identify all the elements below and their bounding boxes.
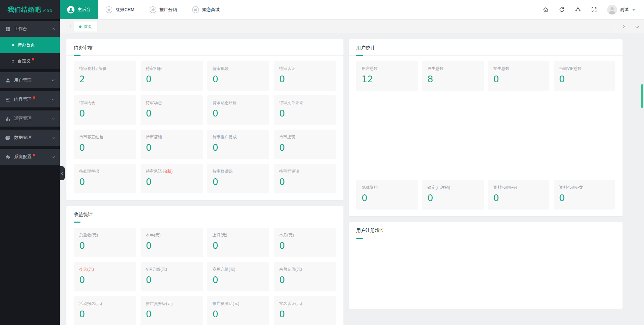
stat-card: 资料<50%-女 0 bbox=[554, 180, 615, 210]
stat-card[interactable]: 待审承诺书(新) 0 bbox=[141, 164, 203, 193]
stat-label: 待审提现 bbox=[279, 134, 331, 140]
panel-title: 待办审核 bbox=[74, 45, 336, 51]
nav-tab-matchmaker-crm[interactable]: 红娘CRM bbox=[98, 0, 142, 19]
sidebar-collapse-button[interactable] bbox=[60, 166, 65, 180]
stat-value: 0 bbox=[559, 193, 610, 202]
pie-icon bbox=[5, 135, 10, 140]
stat-label: 隐藏资料 bbox=[362, 185, 412, 190]
tabs-scroll-right-button[interactable] bbox=[616, 19, 630, 34]
fullscreen-icon[interactable] bbox=[591, 7, 597, 13]
stat-card: 余额充值(元) 0 bbox=[274, 262, 336, 291]
stat-card[interactable]: 待审资料 / 头像 2 bbox=[74, 61, 136, 91]
sidebar-item-label: 待办首页 bbox=[17, 42, 35, 48]
stat-label: 待审动态 bbox=[146, 100, 198, 106]
stat-label: 上月(元) bbox=[213, 232, 264, 238]
nav-tab-label: 婚恋商城 bbox=[202, 7, 220, 13]
stat-card[interactable]: 待处理举报 0 bbox=[74, 164, 136, 193]
nav-tab-mall[interactable]: 婚恋商城 bbox=[184, 0, 227, 19]
nav-tab-label: 推广分销 bbox=[160, 7, 177, 13]
stat-card[interactable]: 待审动态 0 bbox=[141, 95, 203, 125]
stat-card[interactable]: 待审认证 0 bbox=[274, 61, 336, 91]
sidebar-item-data-mgmt[interactable]: 数据管理 bbox=[0, 130, 60, 146]
stat-label: 本年(元) bbox=[146, 232, 198, 238]
stat-card: 推广员升级(元) 0 bbox=[141, 296, 203, 325]
stat-value: 0 bbox=[79, 143, 131, 152]
stat-card: 实名认证(元) 0 bbox=[274, 296, 336, 325]
stat-label: 用户总数 bbox=[362, 66, 412, 72]
brand-version: v10.3 bbox=[43, 9, 52, 13]
page-scrollbar[interactable] bbox=[641, 34, 644, 325]
tabs-menu-button[interactable] bbox=[630, 19, 644, 34]
income-stats-panel: 收益统计 总盈收(元) 0 本年(元) 0 上月(元) bbox=[66, 206, 343, 325]
avatar bbox=[607, 5, 617, 15]
stat-label: 待处理举报 bbox=[79, 169, 131, 174]
stat-value: 0 bbox=[279, 310, 331, 319]
stat-value: 0 bbox=[146, 275, 198, 284]
stat-label: 实名认证(元) bbox=[279, 301, 331, 307]
left-column: 待办审核 待审资料 / 头像 2 待审相册 0 待审视频 bbox=[66, 39, 343, 325]
stat-card[interactable]: 待审动态评价 0 bbox=[207, 95, 270, 125]
home-icon[interactable] bbox=[543, 7, 549, 13]
nav-tab-main-admin[interactable]: 主后台 bbox=[60, 0, 98, 19]
stat-card[interactable]: 待审群话题 0 bbox=[207, 164, 270, 193]
nav-tab-label: 主后台 bbox=[77, 7, 91, 13]
stat-value: 2 bbox=[79, 75, 131, 84]
sidebar-item-label: 系统配置 bbox=[14, 154, 32, 160]
stat-label: 总盈收(元) bbox=[79, 232, 131, 238]
sidebar-item-label: 工作台 bbox=[14, 26, 27, 32]
sidebar-item-user-mgmt[interactable]: 用户管理 bbox=[0, 72, 60, 88]
content-icon bbox=[5, 97, 10, 102]
sidebar-item-content-mgmt[interactable]: 内容管理 bbox=[0, 91, 60, 107]
user-icon bbox=[5, 78, 10, 83]
sidebar-item-system-config[interactable]: 系统配置 bbox=[0, 149, 60, 165]
nav-tab-label: 红娘CRM bbox=[116, 7, 135, 13]
new-badge: (新) bbox=[166, 169, 173, 174]
sidebar-item-custom[interactable]: 自定义 bbox=[0, 53, 60, 69]
stat-label: 男生总数 bbox=[427, 66, 478, 72]
stat-card: 总盈收(元) 0 bbox=[74, 228, 136, 257]
stat-label: 今天(元) bbox=[79, 267, 131, 272]
stat-card[interactable]: 待审店铺 0 bbox=[141, 130, 203, 159]
stat-card[interactable]: 待审文章评论 0 bbox=[274, 95, 336, 125]
user-menu[interactable]: 测试 bbox=[607, 5, 635, 15]
stat-value: 0 bbox=[146, 310, 198, 319]
stat-value: 0 bbox=[213, 143, 264, 152]
stat-value: 0 bbox=[213, 109, 264, 118]
chevron-icon bbox=[52, 78, 55, 82]
bars-icon bbox=[5, 116, 10, 121]
stat-value: 0 bbox=[146, 241, 198, 250]
stat-card[interactable]: 待审视频 0 bbox=[207, 61, 270, 91]
gear-icon bbox=[5, 154, 10, 159]
dashboard-content: 待办审核 待审资料 / 头像 2 待审相册 0 待审视频 bbox=[60, 34, 644, 325]
megaphone-circle-icon bbox=[149, 6, 157, 13]
nav-tab-promotion[interactable]: 推广分销 bbox=[142, 0, 184, 19]
sidebar-item-workbench[interactable]: 工作台 bbox=[0, 21, 60, 37]
panel-title: 用户注册增长 bbox=[356, 228, 615, 234]
right-column: 用户统计 用户总数 12 男生总数 8 女生总数 0 bbox=[349, 39, 623, 325]
sidebar-item-operation-mgmt[interactable]: 运营管理 bbox=[0, 110, 60, 127]
stat-label: 待审动态评价 bbox=[213, 100, 264, 106]
stat-value: 0 bbox=[493, 75, 544, 84]
stat-value: 0 bbox=[79, 241, 131, 250]
page-tab-home[interactable]: 首页 bbox=[74, 21, 97, 32]
notification-badge bbox=[32, 58, 34, 60]
stat-card[interactable]: 待审推广提成 0 bbox=[207, 130, 270, 159]
user-stats-chart-area bbox=[349, 97, 623, 180]
stat-card[interactable]: 待审群评论 0 bbox=[274, 164, 336, 193]
chevron-icon bbox=[52, 97, 55, 101]
tabs-scroll-left-button[interactable] bbox=[60, 19, 72, 34]
pending-review-panel: 待办审核 待审资料 / 头像 2 待审相册 0 待审视频 bbox=[66, 39, 343, 200]
stat-card[interactable]: 待审约会 0 bbox=[74, 95, 136, 125]
stat-value: 0 bbox=[493, 193, 544, 202]
top-header: 主后台 红娘CRM 推广分销 婚恋商城 bbox=[60, 0, 644, 19]
stat-card[interactable]: 待审提现 0 bbox=[274, 130, 336, 159]
stat-card[interactable]: 待审相册 0 bbox=[141, 61, 203, 91]
theme-icon[interactable] bbox=[575, 7, 581, 13]
stat-card: 资料>50%-男 0 bbox=[488, 180, 549, 210]
scrollbar-thumb[interactable] bbox=[641, 84, 643, 108]
stat-card[interactable]: 待审赛豆红包 0 bbox=[74, 130, 136, 159]
refresh-icon[interactable] bbox=[559, 7, 565, 13]
module-nav: 主后台 红娘CRM 推广分销 婚恋商城 bbox=[60, 0, 227, 19]
stat-value: 0 bbox=[279, 143, 331, 152]
sidebar-item-todo-home[interactable]: 待办首页 bbox=[0, 37, 60, 53]
